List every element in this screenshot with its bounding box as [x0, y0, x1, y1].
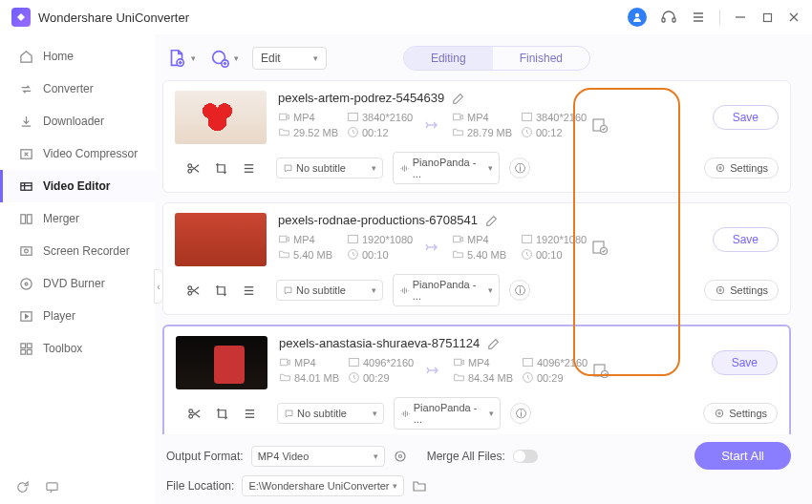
open-folder-icon[interactable] [412, 478, 427, 494]
save-button[interactable]: Save [713, 105, 779, 130]
sidebar-item-video-editor[interactable]: Video Editor [0, 170, 155, 202]
chevron-down-icon: ▾ [234, 53, 239, 63]
svg-rect-46 [523, 235, 532, 242]
crop-icon[interactable] [214, 161, 228, 176]
output-format-label: Output Format: [166, 450, 244, 463]
add-file-button[interactable]: ▾ [166, 48, 196, 69]
trim-icon[interactable] [186, 284, 201, 298]
sidebar-item-home[interactable]: Home [0, 40, 155, 73]
output-preset-icon[interactable] [591, 239, 609, 256]
save-button[interactable]: Save [713, 227, 779, 252]
sidebar-item-dvd-burner[interactable]: DVD Burner [0, 267, 155, 300]
item-settings-button[interactable]: Settings [704, 280, 779, 301]
audio-select[interactable]: PianoPanda - ...▾ [394, 397, 501, 430]
rename-icon[interactable] [485, 214, 499, 227]
info-icon[interactable]: ⓘ [509, 158, 530, 178]
rename-icon[interactable] [487, 337, 501, 350]
close-button[interactable] [787, 10, 801, 24]
rename-icon[interactable] [452, 92, 465, 105]
more-icon[interactable] [242, 284, 256, 298]
start-all-button[interactable]: Start All [694, 442, 791, 470]
gear-icon[interactable] [393, 449, 408, 464]
toolbox-icon [18, 341, 33, 356]
conversion-arrow-icon [414, 241, 452, 254]
chevron-down-icon: ▾ [191, 53, 196, 63]
tab-finished[interactable]: Finished [493, 47, 589, 70]
subtitle-select[interactable]: No subtitle▾ [276, 280, 383, 301]
collapse-sidebar-button[interactable]: ‹ [154, 269, 163, 304]
feedback-icon[interactable] [45, 480, 59, 494]
sidebar-item-converter[interactable]: Converter [0, 73, 155, 105]
merge-toggle[interactable] [513, 450, 538, 463]
sidebar-item-player[interactable]: Player [0, 300, 155, 332]
output-preset-icon[interactable] [591, 116, 609, 134]
sidebar: Home Converter Downloader Video Compress… [0, 34, 155, 504]
maximize-button[interactable] [760, 10, 774, 24]
sidebar-item-merger[interactable]: Merger [0, 202, 155, 235]
svg-point-35 [187, 163, 191, 167]
convert-icon [18, 81, 33, 96]
sidebar-item-downloader[interactable]: Downloader [0, 105, 155, 137]
save-button[interactable]: Save [712, 350, 778, 375]
info-icon[interactable]: ⓘ [509, 280, 530, 301]
output-preset-icon[interactable] [592, 362, 609, 379]
item-settings-button[interactable]: Settings [704, 158, 779, 178]
account-icon[interactable] [628, 8, 647, 27]
conversion-arrow-icon [415, 364, 453, 377]
conversion-arrow-icon [414, 118, 452, 132]
sidebar-item-label: Converter [43, 82, 94, 95]
video-thumbnail[interactable] [175, 91, 267, 144]
sidebar-item-compressor[interactable]: Video Compressor [0, 137, 155, 170]
sidebar-item-label: Video Compressor [43, 147, 138, 160]
svg-point-73 [398, 454, 401, 457]
sidebar-item-screen-recorder[interactable]: Screen Recorder [0, 235, 155, 267]
add-url-button[interactable]: ▾ [209, 48, 239, 69]
play-icon [18, 308, 33, 324]
file-location-select[interactable]: E:\Wondershare UniConverter▾ [242, 475, 404, 496]
svg-rect-20 [27, 343, 32, 347]
svg-rect-14 [20, 246, 31, 254]
more-icon[interactable] [243, 407, 257, 421]
refresh-icon[interactable] [15, 480, 30, 494]
svg-point-50 [187, 285, 191, 289]
svg-point-51 [187, 291, 191, 295]
headset-icon[interactable] [660, 9, 677, 26]
file-card[interactable]: pexels-rodnae-productions-6708541 MP4 5.… [162, 202, 791, 315]
audio-select[interactable]: PianoPanda - ...▾ [393, 274, 500, 306]
audio-select[interactable]: PianoPanda - ...▾ [393, 152, 500, 184]
subtitle-select[interactable]: No subtitle▾ [277, 403, 384, 424]
svg-point-72 [395, 452, 405, 461]
app-logo [11, 8, 31, 27]
titlebar: Wondershare UniConverter [0, 0, 812, 34]
sidebar-item-toolbox[interactable]: Toolbox [0, 332, 155, 365]
sidebar-item-label: Video Editor [43, 179, 110, 193]
subtitle-select[interactable]: No subtitle▾ [276, 158, 383, 178]
minimize-button[interactable] [734, 10, 747, 24]
svg-rect-57 [281, 359, 288, 366]
editor-icon [18, 178, 33, 194]
tab-editing[interactable]: Editing [404, 47, 493, 70]
video-thumbnail[interactable] [175, 213, 267, 266]
menu-icon[interactable] [691, 10, 706, 25]
svg-rect-21 [20, 349, 25, 354]
merge-icon [18, 211, 33, 226]
item-settings-button[interactable]: Settings [703, 403, 778, 424]
edit-select[interactable]: Edit▾ [252, 47, 327, 70]
svg-rect-45 [454, 236, 460, 242]
trim-icon[interactable] [187, 407, 202, 421]
svg-point-15 [24, 249, 28, 253]
svg-point-41 [719, 167, 721, 169]
svg-rect-43 [349, 235, 358, 242]
trim-icon[interactable] [186, 161, 201, 176]
svg-point-17 [25, 283, 28, 285]
file-card[interactable]: pexels-anastasia-shuraeva-8751124 MP4 84… [162, 325, 791, 434]
svg-rect-31 [523, 113, 532, 120]
video-thumbnail[interactable] [176, 336, 267, 389]
crop-icon[interactable] [215, 407, 229, 421]
output-format-select[interactable]: MP4 Video▾ [251, 446, 385, 467]
svg-rect-58 [350, 358, 359, 366]
more-icon[interactable] [242, 161, 256, 176]
crop-icon[interactable] [214, 284, 228, 298]
file-card[interactable]: pexels-artem-podrez-5454639 MP4 29.52 MB… [162, 80, 791, 193]
info-icon[interactable]: ⓘ [510, 403, 531, 424]
